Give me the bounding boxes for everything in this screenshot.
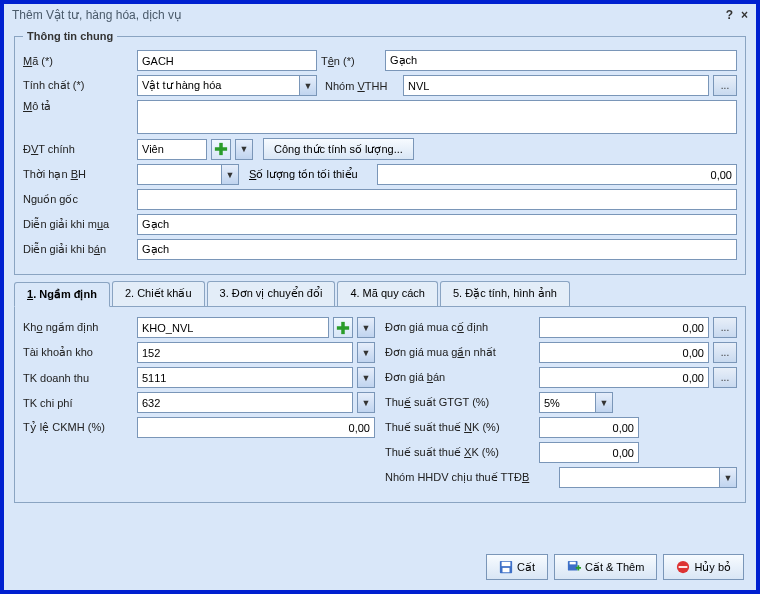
label-tsnk: Thuế suất thuế NK (%) bbox=[385, 421, 535, 434]
browse-dgmgn-button[interactable]: ... bbox=[713, 342, 737, 363]
tabstrip: 1. Ngầm định 2. Chiết khấu 3. Đơn vị chu… bbox=[14, 281, 746, 307]
tsgtgt-input[interactable] bbox=[539, 392, 595, 413]
tsxk-field[interactable] bbox=[539, 442, 639, 463]
chevron-down-icon[interactable]: ▼ bbox=[719, 467, 737, 488]
save-button[interactable]: Cất bbox=[486, 554, 548, 580]
group-thongtin-chung: Thông tin chung Mã (*) Tên (*) Tính chất… bbox=[14, 30, 746, 275]
tab-ngamdinh[interactable]: 1. Ngầm định bbox=[14, 282, 110, 307]
dgmcd-field[interactable] bbox=[539, 317, 709, 338]
kho-field[interactable] bbox=[137, 317, 329, 338]
label-ten: Tên (*) bbox=[321, 55, 381, 67]
tkkho-field[interactable] bbox=[137, 342, 353, 363]
label-tsgtgt: Thuế suất GTGT (%) bbox=[385, 396, 535, 409]
cancel-button[interactable]: Hủy bỏ bbox=[663, 554, 744, 580]
chevron-down-icon[interactable]: ▼ bbox=[595, 392, 613, 413]
nhomvthh-field[interactable] bbox=[403, 75, 709, 96]
nguongoc-field[interactable] bbox=[137, 189, 737, 210]
chevron-down-icon[interactable]: ▼ bbox=[299, 75, 317, 96]
tkdt-dropdown-icon[interactable]: ▼ bbox=[357, 367, 375, 388]
label-tkdt: TK doanh thu bbox=[23, 372, 133, 384]
svg-rect-12 bbox=[679, 566, 688, 568]
congthuc-button[interactable]: Công thức tính số lượng... bbox=[263, 138, 414, 160]
dgban-field[interactable] bbox=[539, 367, 709, 388]
tinhchat-input[interactable] bbox=[137, 75, 299, 96]
label-diengiaiban: Diễn giải khi bán bbox=[23, 243, 133, 256]
mota-field[interactable] bbox=[137, 100, 737, 134]
tkkho-dropdown-icon[interactable]: ▼ bbox=[357, 342, 375, 363]
tinhchat-combo[interactable]: ▼ bbox=[137, 75, 317, 96]
svg-rect-6 bbox=[503, 568, 510, 572]
svg-rect-5 bbox=[502, 562, 511, 566]
ten-field[interactable] bbox=[385, 50, 737, 71]
help-icon[interactable]: ? bbox=[726, 8, 733, 22]
cancel-label: Hủy bỏ bbox=[694, 561, 731, 574]
nhomttdb-input[interactable] bbox=[559, 467, 719, 488]
tab-chietkhau[interactable]: 2. Chiết khấu bbox=[112, 281, 205, 306]
label-ma: Mã (*) bbox=[23, 55, 133, 67]
dialog-window: Thêm Vật tư, hàng hóa, dịch vụ ? × Thông… bbox=[0, 0, 760, 594]
dvt-dropdown-icon[interactable]: ▼ bbox=[235, 139, 253, 160]
label-thoihanbh: Thời hạn BH bbox=[23, 168, 133, 181]
label-tinhchat: Tính chất (*) bbox=[23, 79, 133, 92]
save-add-icon bbox=[567, 560, 581, 574]
svg-rect-10 bbox=[578, 565, 580, 570]
thoihanbh-input[interactable] bbox=[137, 164, 221, 185]
tab-maquycach[interactable]: 4. Mã quy cách bbox=[337, 281, 438, 306]
dvtchinh-input[interactable] bbox=[137, 139, 207, 160]
cancel-icon bbox=[676, 560, 690, 574]
add-kho-button[interactable] bbox=[333, 317, 353, 338]
svg-rect-1 bbox=[215, 147, 227, 151]
nhomttdb-combo[interactable]: ▼ bbox=[559, 467, 737, 488]
tyleckmh-field[interactable] bbox=[137, 417, 375, 438]
label-dvtchinh: ĐVT chính bbox=[23, 143, 133, 155]
save-and-add-button[interactable]: Cất & Thêm bbox=[554, 554, 657, 580]
browse-dgmcd-button[interactable]: ... bbox=[713, 317, 737, 338]
tkcp-field[interactable] bbox=[137, 392, 353, 413]
label-nhomvthh: Nhóm VTHH bbox=[321, 80, 399, 92]
label-nhomttdb: Nhóm HHDV chịu thuế TTĐB bbox=[385, 471, 555, 484]
sltontt-field[interactable] bbox=[377, 164, 737, 185]
dgmgn-field bbox=[539, 342, 709, 363]
label-dgmgn: Đơn giá mua gần nhất bbox=[385, 346, 535, 359]
label-tkkho: Tài khoản kho bbox=[23, 346, 133, 359]
label-tkcp: TK chi phí bbox=[23, 397, 133, 409]
save-add-label: Cất & Thêm bbox=[585, 561, 644, 574]
save-icon bbox=[499, 560, 513, 574]
save-label: Cất bbox=[517, 561, 535, 574]
add-dvt-button[interactable] bbox=[211, 139, 231, 160]
plus-icon bbox=[336, 321, 350, 335]
svg-rect-3 bbox=[337, 326, 349, 330]
kho-dropdown-icon[interactable]: ▼ bbox=[357, 317, 375, 338]
label-mota: Mô tả bbox=[23, 100, 133, 113]
window-title: Thêm Vật tư, hàng hóa, dịch vụ bbox=[12, 8, 182, 22]
tkcp-dropdown-icon[interactable]: ▼ bbox=[357, 392, 375, 413]
svg-rect-8 bbox=[570, 562, 576, 565]
label-nguongoc: Nguồn gốc bbox=[23, 193, 133, 206]
label-sltontt: Số lượng tồn tối thiểu bbox=[243, 168, 373, 181]
label-tyleckmh: Tỷ lệ CKMH (%) bbox=[23, 421, 133, 434]
label-kho: Kho ngầm định bbox=[23, 321, 133, 334]
tkdt-field[interactable] bbox=[137, 367, 353, 388]
chevron-down-icon[interactable]: ▼ bbox=[221, 164, 239, 185]
footer-buttons: Cất Cất & Thêm Hủy bỏ bbox=[4, 544, 756, 590]
tsgtgt-combo[interactable]: ▼ bbox=[539, 392, 613, 413]
diengiaimua-field[interactable] bbox=[137, 214, 737, 235]
browse-nhomvthh-button[interactable]: ... bbox=[713, 75, 737, 96]
tab-donvichuyendoi[interactable]: 3. Đơn vị chuyển đổi bbox=[207, 281, 336, 306]
browse-dgban-button[interactable]: ... bbox=[713, 367, 737, 388]
plus-icon bbox=[214, 142, 228, 156]
ma-field[interactable] bbox=[137, 50, 317, 71]
tsnk-field[interactable] bbox=[539, 417, 639, 438]
titlebar: Thêm Vật tư, hàng hóa, dịch vụ ? × bbox=[4, 4, 756, 26]
diengiaiban-field[interactable] bbox=[137, 239, 737, 260]
label-diengiaimua: Diễn giải khi mua bbox=[23, 218, 133, 231]
label-tsxk: Thuế suất thuế XK (%) bbox=[385, 446, 535, 459]
tab-dactinh[interactable]: 5. Đặc tính, hình ảnh bbox=[440, 281, 570, 306]
close-icon[interactable]: × bbox=[741, 8, 748, 22]
thoihanbh-combo[interactable]: ▼ bbox=[137, 164, 239, 185]
label-dgmcd: Đơn giá mua cố định bbox=[385, 321, 535, 334]
tabpanel-ngamdinh: Kho ngầm định ▼ Tài khoản kho ▼ TK doanh… bbox=[14, 307, 746, 503]
label-dgban: Đơn giá bán bbox=[385, 371, 535, 384]
group-legend: Thông tin chung bbox=[23, 30, 117, 42]
